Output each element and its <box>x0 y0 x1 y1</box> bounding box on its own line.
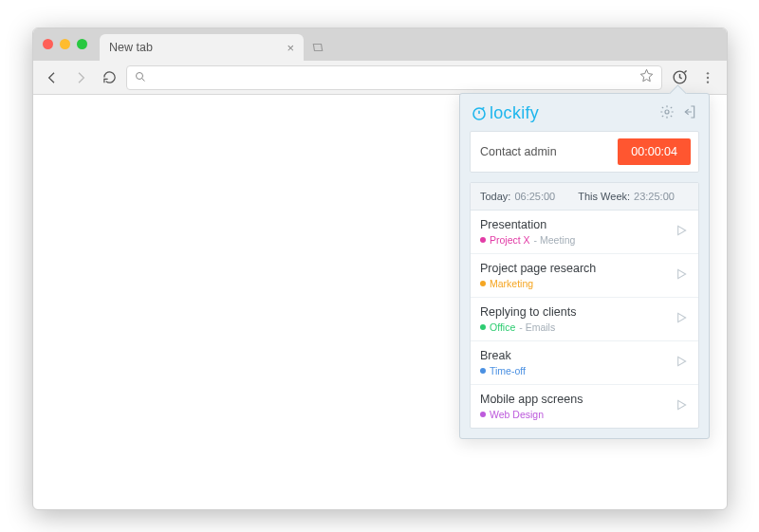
tab-strip: New tab × <box>33 28 727 61</box>
entry-project: Marketing <box>490 278 533 289</box>
summary-week-label: This Week: <box>578 191 630 202</box>
back-button[interactable] <box>41 66 64 89</box>
entry-title: Break <box>480 349 526 362</box>
time-entry[interactable]: PresentationProject X - Meeting <box>471 211 698 253</box>
entry-project: Project X <box>490 234 530 246</box>
entry-project: Office <box>490 321 515 333</box>
active-timer: Contact admin 00:00:04 <box>470 131 699 173</box>
browser-tab[interactable]: New tab × <box>100 34 304 61</box>
summary-week: This Week: 23:25:00 <box>578 191 675 202</box>
browser-window: New tab × <box>32 28 728 510</box>
maximize-window-button[interactable] <box>77 39 87 49</box>
play-icon[interactable] <box>674 397 689 416</box>
summary-week-value: 23:25:00 <box>634 191 675 202</box>
entry-title: Presentation <box>480 218 575 231</box>
time-entry[interactable]: BreakTime-off <box>471 340 698 384</box>
svg-point-2 <box>707 72 709 74</box>
svg-point-3 <box>707 76 709 78</box>
svg-point-4 <box>707 81 709 83</box>
new-tab-button[interactable] <box>307 38 328 57</box>
clockify-popup: lockify Contact admin 00:00:04 Today: 06… <box>459 93 710 439</box>
project-color-dot <box>480 324 486 330</box>
summary-today-value: 06:25:00 <box>514 191 555 202</box>
project-color-dot <box>480 368 486 374</box>
project-color-dot <box>480 281 486 286</box>
entry-project: Web Design <box>490 409 544 420</box>
play-icon[interactable] <box>674 354 689 373</box>
popup-header: lockify <box>460 94 709 131</box>
entry-title: Mobile app screens <box>480 393 583 406</box>
svg-point-6 <box>665 110 669 114</box>
svg-point-0 <box>137 72 143 79</box>
entry-project: Time-off <box>490 365 526 376</box>
time-entry[interactable]: Replying to clientsOffice - Emails <box>471 297 698 340</box>
time-entry[interactable]: Mobile app screensWeb Design <box>471 384 698 428</box>
entry-task: - Meeting <box>534 234 576 246</box>
logout-icon[interactable] <box>682 104 697 123</box>
window-controls <box>43 39 87 49</box>
close-tab-icon[interactable]: × <box>287 41 294 55</box>
forward-button[interactable] <box>69 66 92 89</box>
entry-title: Replying to clients <box>480 305 576 319</box>
active-timer-label[interactable]: Contact admin <box>480 145 557 158</box>
reload-button[interactable] <box>98 66 120 89</box>
play-icon[interactable] <box>674 223 689 242</box>
address-bar[interactable] <box>126 65 662 90</box>
summary-today-label: Today: <box>480 191 510 202</box>
play-icon[interactable] <box>674 266 689 285</box>
time-summary: Today: 06:25:00 This Week: 23:25:00 <box>471 183 698 211</box>
project-color-dot <box>480 237 486 243</box>
logo-text: lockify <box>490 103 539 123</box>
time-entries-list: Today: 06:25:00 This Week: 23:25:00 Pres… <box>470 182 699 429</box>
project-color-dot <box>480 412 486 417</box>
entry-task: - Emails <box>519 321 555 333</box>
search-icon <box>135 69 146 86</box>
bookmark-star-icon[interactable] <box>639 68 654 86</box>
time-entry[interactable]: Project page researchMarketing <box>471 253 698 297</box>
settings-icon[interactable] <box>659 104 675 123</box>
entry-title: Project page research <box>480 262 596 275</box>
stop-timer-button[interactable]: 00:00:04 <box>618 138 691 165</box>
browser-menu-icon[interactable] <box>696 66 719 89</box>
clockify-logo: lockify <box>472 103 539 123</box>
play-icon[interactable] <box>674 310 689 329</box>
close-window-button[interactable] <box>43 39 53 49</box>
summary-today: Today: 06:25:00 <box>480 191 555 202</box>
minimize-window-button[interactable] <box>60 39 70 49</box>
tab-title: New tab <box>109 41 153 54</box>
browser-toolbar <box>33 61 727 95</box>
